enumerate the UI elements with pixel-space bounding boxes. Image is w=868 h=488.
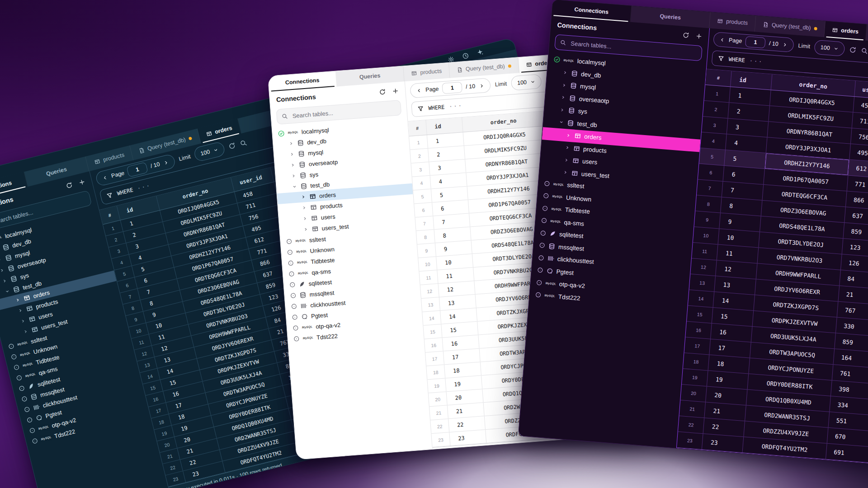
cell-id: 8 bbox=[434, 227, 472, 243]
chevron-right-icon[interactable] bbox=[563, 169, 569, 175]
disconnected-status-icon bbox=[287, 249, 293, 256]
cell-num: 9 bbox=[417, 243, 436, 258]
table-icon bbox=[311, 225, 319, 232]
tree-item-label: users bbox=[582, 158, 597, 166]
next-page-icon[interactable] bbox=[782, 42, 788, 48]
postgres-icon bbox=[301, 313, 308, 320]
add-connection-icon[interactable] bbox=[392, 87, 399, 94]
cell-id: 19 bbox=[707, 371, 749, 389]
mysql-icon: MySQL bbox=[25, 372, 36, 378]
mysql-icon: MySQL bbox=[20, 352, 31, 357]
disconnected-status-icon bbox=[542, 205, 548, 211]
disconnected-status-icon bbox=[289, 282, 296, 288]
tree-item-label: test_db bbox=[577, 120, 597, 128]
results-panel: Page1/ 10Limit100WHERE···#idorder_nouser… bbox=[677, 28, 868, 465]
database-icon bbox=[568, 107, 575, 114]
chevron-right-icon[interactable] bbox=[562, 70, 568, 76]
cell-num: 12 bbox=[690, 258, 717, 276]
chevron-right-icon[interactable] bbox=[289, 151, 295, 157]
limit-select[interactable]: 100 bbox=[814, 40, 845, 56]
assistant-icon[interactable] bbox=[476, 48, 484, 56]
history-icon[interactable] bbox=[462, 52, 470, 60]
table-icon bbox=[832, 27, 838, 33]
chevron-right-icon[interactable] bbox=[14, 297, 21, 304]
search-results-button[interactable] bbox=[861, 47, 868, 55]
unsaved-dot bbox=[508, 64, 511, 68]
search-input[interactable] bbox=[291, 104, 396, 119]
refresh-icon[interactable] bbox=[379, 88, 386, 95]
postgres-icon bbox=[546, 267, 553, 275]
page-pill: Page1/ 10 bbox=[713, 32, 794, 52]
cell-id: 17 bbox=[443, 349, 481, 365]
cell-id: 22 bbox=[448, 416, 486, 432]
chevron-right-icon[interactable] bbox=[288, 141, 294, 146]
prev-page-icon[interactable] bbox=[101, 174, 108, 181]
next-page-icon[interactable] bbox=[479, 83, 485, 89]
table-icon bbox=[573, 145, 580, 152]
cell-num: 17 bbox=[684, 337, 711, 354]
chevron-right-icon[interactable] bbox=[20, 318, 27, 324]
tree-item-label: orders bbox=[584, 133, 602, 141]
cell-num: 20 bbox=[680, 385, 707, 402]
database-icon bbox=[570, 82, 577, 89]
limit-label: Limit bbox=[178, 153, 191, 162]
mysql-icon: MySQL bbox=[545, 282, 556, 285]
chevron-right-icon[interactable] bbox=[302, 205, 307, 211]
table-icon bbox=[411, 70, 417, 76]
chevron-right-icon[interactable] bbox=[561, 82, 567, 88]
prev-page-icon[interactable] bbox=[416, 87, 422, 94]
database-icon bbox=[2, 243, 10, 251]
chevron-right-icon[interactable] bbox=[291, 173, 297, 179]
chevron-right-icon[interactable] bbox=[17, 307, 24, 314]
tree-item-label: mssqltest bbox=[558, 243, 584, 252]
chevron-right-icon[interactable] bbox=[561, 94, 566, 100]
tree-item-label: clickhousttest bbox=[310, 299, 346, 309]
disconnected-status-icon bbox=[15, 374, 23, 382]
search-results-button[interactable] bbox=[239, 139, 248, 147]
chevron-right-icon[interactable] bbox=[0, 257, 3, 263]
tree-item-label: Tdst222 bbox=[53, 428, 75, 440]
page-input[interactable]: 1 bbox=[127, 162, 148, 177]
refresh-results-button[interactable] bbox=[228, 141, 236, 150]
cell-id: 2 bbox=[428, 146, 465, 162]
tab-label: products bbox=[420, 68, 442, 76]
chevron-right-icon[interactable] bbox=[565, 145, 571, 150]
limit-select[interactable]: 100 bbox=[193, 141, 226, 162]
chevron-down-icon[interactable] bbox=[558, 119, 564, 125]
page-input[interactable]: 1 bbox=[442, 82, 462, 94]
chevron-right-icon[interactable] bbox=[23, 328, 29, 335]
cell-id: 17 bbox=[709, 339, 751, 358]
cell-num: 11 bbox=[419, 270, 438, 285]
prev-page-icon[interactable] bbox=[719, 37, 726, 43]
cell-id: 20 bbox=[706, 386, 747, 405]
disconnected-status-icon bbox=[26, 416, 33, 424]
page-input[interactable]: 1 bbox=[745, 36, 766, 48]
refresh-icon bbox=[849, 46, 857, 54]
chevron-down-icon[interactable] bbox=[292, 184, 297, 190]
chevron-right-icon[interactable] bbox=[566, 132, 571, 138]
chevron-right-icon[interactable] bbox=[302, 216, 308, 221]
next-page-icon[interactable] bbox=[162, 159, 170, 166]
add-connection-icon[interactable] bbox=[695, 33, 703, 40]
chevron-right-icon[interactable] bbox=[564, 157, 570, 163]
cell-num: 18 bbox=[426, 365, 445, 379]
table-icon bbox=[571, 169, 578, 177]
chevron-right-icon[interactable] bbox=[301, 194, 307, 200]
refresh-results-button[interactable] bbox=[849, 46, 857, 54]
disconnected-status-icon bbox=[288, 271, 295, 277]
table-icon bbox=[28, 314, 36, 323]
chevron-down-icon[interactable] bbox=[4, 288, 11, 295]
refresh-icon[interactable] bbox=[682, 31, 689, 38]
limit-select[interactable]: 100 bbox=[511, 74, 542, 91]
cell-num: 22 bbox=[430, 419, 449, 433]
chevron-right-icon[interactable] bbox=[1, 277, 8, 284]
chevron-right-icon[interactable] bbox=[559, 107, 565, 113]
cell-id: 20 bbox=[447, 389, 484, 405]
tree-item-label: qa-sms bbox=[564, 219, 584, 227]
refresh-icon[interactable] bbox=[65, 181, 73, 189]
add-connection-icon[interactable] bbox=[78, 178, 86, 186]
chevron-right-icon[interactable] bbox=[303, 226, 309, 232]
chevron-right-icon[interactable] bbox=[290, 162, 296, 168]
chevron-right-icon[interactable] bbox=[0, 267, 5, 274]
page-label: Page bbox=[111, 170, 125, 179]
